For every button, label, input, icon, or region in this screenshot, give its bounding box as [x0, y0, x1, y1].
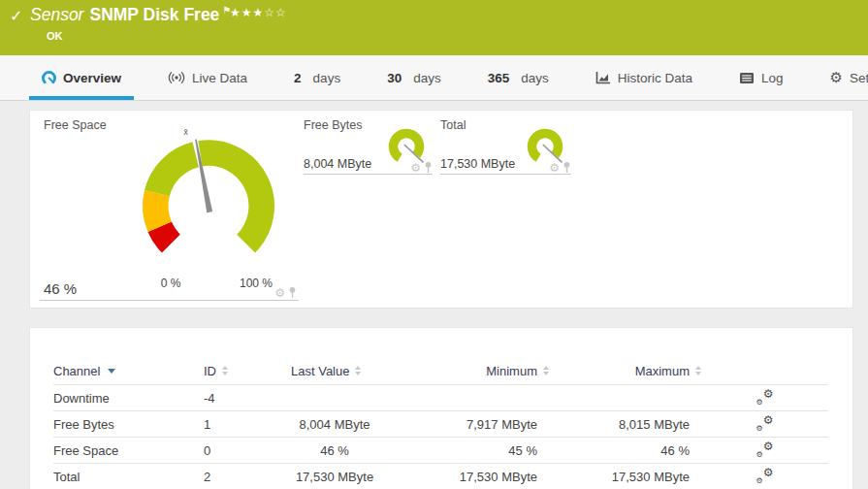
live-data-icon — [168, 71, 185, 84]
channel-settings-icon[interactable]: ⚙⚙ — [756, 441, 774, 457]
tab-365-days[interactable]: 365days — [475, 55, 562, 100]
gauge-min-label: 0 % — [146, 277, 195, 290]
tab-live-data[interactable]: Live Data — [155, 55, 260, 100]
sort-desc-icon — [108, 369, 115, 374]
total-value: 17,530 MByte — [440, 157, 515, 171]
pin-icon[interactable] — [288, 286, 297, 299]
free-space-gauge: x̄ — [126, 119, 291, 264]
pin-icon[interactable] — [563, 161, 571, 174]
log-icon — [739, 72, 755, 84]
channels-table: Channel ID Last Value Minimum Maximum — [30, 328, 852, 489]
column-header-last-value[interactable]: Last Value — [291, 364, 378, 378]
star-rating[interactable]: ★★★☆☆ — [230, 6, 287, 19]
gauge-settings-gear-icon[interactable]: ⚙ — [549, 162, 560, 174]
tab-bar: Overview Live Data 2days 30days 365days … — [0, 55, 868, 101]
tab-settings[interactable]: ⚙ Settings — [818, 55, 868, 100]
sort-icon — [355, 366, 361, 375]
tab-overview[interactable]: Overview — [29, 55, 134, 100]
gauge-settings-gear-icon[interactable]: ⚙ — [410, 162, 421, 174]
sort-icon — [222, 366, 228, 375]
column-header-channel[interactable]: Channel — [53, 364, 204, 378]
gauge-icon — [42, 71, 56, 85]
tab-historic-data[interactable]: Historic Data — [583, 55, 705, 100]
gauge-title: Free Bytes — [304, 118, 362, 132]
tab-30-days[interactable]: 30days — [374, 55, 454, 100]
status-badge: OK — [47, 30, 63, 42]
table-header-row: Channel ID Last Value Minimum Maximum — [53, 357, 828, 384]
object-kind-label: Sensor — [30, 5, 83, 24]
table-row-total[interactable]: Total 2 17,530 MByte 17,530 MByte 17,530… — [53, 463, 828, 489]
gauge-settings-gear-icon[interactable]: ⚙ — [274, 287, 285, 299]
table-row-free-bytes[interactable]: Free Bytes 1 8,004 MByte 7,917 MByte 8,0… — [53, 410, 828, 437]
free-space-gauge-widget: Free Space x̄ 0 % 100 % 46 % ⚙ — [40, 116, 299, 301]
channel-settings-icon[interactable]: ⚙⚙ — [756, 468, 774, 483]
table-row-free-space[interactable]: Free Space 0 46 % 45 % 46 % ⚙⚙ — [53, 437, 828, 463]
free-space-value: 46 % — [44, 280, 77, 297]
sort-icon — [695, 366, 701, 375]
column-header-minimum[interactable]: Minimum — [378, 364, 549, 378]
channel-settings-icon[interactable]: ⚙⚙ — [756, 389, 774, 405]
gauge-title: Total — [440, 118, 466, 132]
page-title: SensorSNMP Disk Free⚑ — [30, 5, 231, 25]
gauge-title: Free Space — [44, 118, 107, 132]
sensor-header: ✓ SensorSNMP Disk Free⚑ ★★★☆☆ OK — [0, 0, 868, 55]
free-bytes-gauge-widget: Free Bytes 8,004 MByte ⚙ — [304, 118, 433, 175]
column-header-id[interactable]: ID — [204, 364, 291, 378]
sensor-name: SNMP Disk Free — [89, 5, 219, 24]
average-marker: x̄ — [184, 127, 189, 137]
tab-2-days[interactable]: 2days — [281, 55, 353, 100]
pin-icon[interactable] — [424, 161, 433, 174]
total-gauge-widget: Total 17,530 MByte ⚙ — [440, 118, 571, 175]
channels-panel: Channel ID Last Value Minimum Maximum — [29, 327, 853, 489]
column-header-maximum[interactable]: Maximum — [549, 364, 701, 378]
gauges-panel: Free Space x̄ 0 % 100 % 46 % ⚙ Free Byte… — [29, 110, 853, 309]
table-row-downtime[interactable]: Downtime -4 ⚙⚙ — [53, 384, 828, 410]
free-bytes-value: 8,004 MByte — [304, 157, 371, 171]
channel-settings-icon[interactable]: ⚙⚙ — [756, 415, 774, 431]
gear-icon: ⚙ — [830, 71, 843, 85]
gauge-max-label: 100 % — [232, 277, 280, 290]
chart-icon — [595, 71, 611, 84]
tab-log[interactable]: Log — [726, 55, 796, 100]
status-check-icon: ✓ — [10, 7, 22, 25]
